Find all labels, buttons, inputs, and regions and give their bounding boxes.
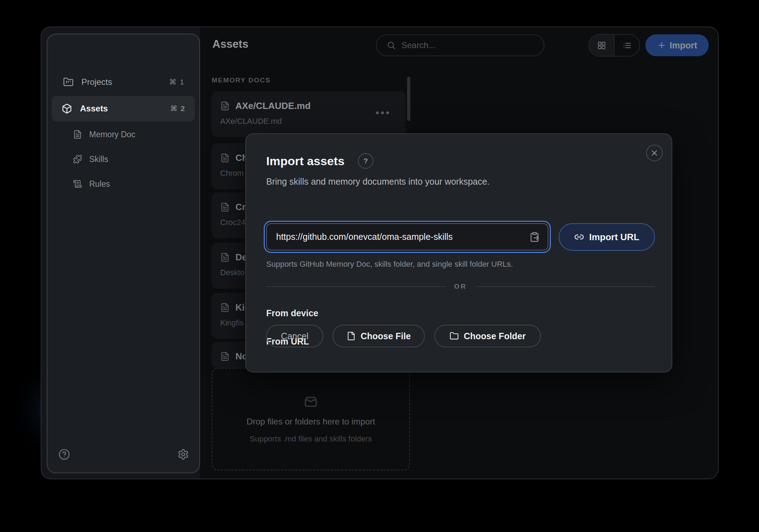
puzzle-icon [73,155,82,164]
sidebar-item-label: Skills [89,155,108,164]
import-assets-dialog: Import assets ? Bring skills and memory … [245,133,672,372]
sidebar-item-rules[interactable]: Rules [53,174,194,193]
help-badge[interactable]: ? [358,153,373,169]
url-field[interactable] [266,223,548,250]
url-input[interactable] [275,231,524,242]
choose-folder-label: Choose Folder [464,331,526,341]
sidebar-item-memory-doc[interactable]: Memory Doc [53,125,194,144]
file-icon [347,331,356,341]
url-helper-text: Supports GitHub Memory Doc, skills folde… [266,260,513,269]
choose-file-button[interactable]: Choose File [332,325,425,347]
choose-file-label: Choose File [361,331,411,341]
shortcut-badge: ⌘ 1 [169,78,185,86]
help-icon[interactable] [58,449,70,460]
import-url-button[interactable]: Import URL [559,223,655,251]
sidebar-item-label: Projects [81,77,112,87]
sidebar-item-label: Memory Doc [89,130,135,139]
sidebar-item-label: Rules [89,179,110,189]
divider-line [266,286,446,287]
or-divider: OR [266,283,655,290]
close-icon[interactable] [646,145,663,161]
package-icon [62,103,72,114]
cancel-button[interactable]: Cancel [266,325,323,347]
screen: Assets Import MEMORY DOCS [0,0,759,532]
import-url-label: Import URL [589,232,639,243]
dialog-title: Import assets [266,154,344,168]
clipboard-paste-icon[interactable] [529,232,540,242]
settings-gear-icon[interactable] [177,449,189,460]
sidebar-item-projects[interactable]: Projects ⌘ 1 [53,73,194,92]
scroll-icon [73,179,82,189]
file-text-icon [73,130,82,139]
folder-icon [450,331,459,341]
cancel-button-label: Cancel [281,331,309,341]
sidebar-item-label: Assets [80,104,108,114]
choose-folder-button[interactable]: Choose Folder [434,325,541,347]
from-device-label: From device [266,308,318,318]
divider-line [475,286,655,287]
shortcut-badge: ⌘ 2 [170,104,186,113]
link-icon [574,232,584,242]
dialog-subtitle: Bring skills and memory documents into y… [266,177,490,187]
sidebar-item-assets[interactable]: Assets ⌘ 2 [52,96,195,121]
or-label: OR [454,283,467,290]
sidebar-item-skills[interactable]: Skills [53,150,194,169]
folder-projects-icon [63,77,74,87]
